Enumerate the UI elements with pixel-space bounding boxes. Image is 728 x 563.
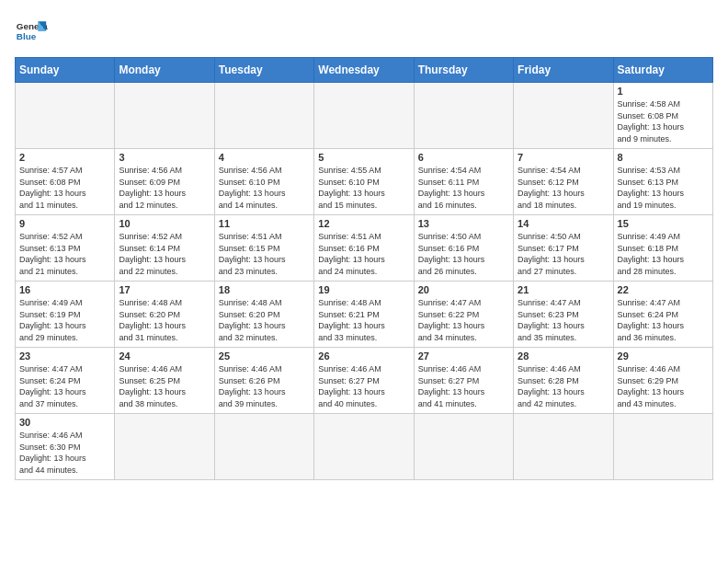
weekday-header-wednesday: Wednesday (314, 58, 414, 83)
day-info: Sunrise: 4:55 AM Sunset: 6:10 PM Dayligh… (318, 165, 409, 211)
day-info: Sunrise: 4:46 AM Sunset: 6:25 PM Dayligh… (119, 363, 210, 409)
day-info: Sunrise: 4:48 AM Sunset: 6:20 PM Dayligh… (219, 297, 310, 343)
day-info: Sunrise: 4:50 AM Sunset: 6:17 PM Dayligh… (518, 231, 609, 277)
weekday-header-monday: Monday (115, 58, 214, 83)
logo: General Blue (15, 15, 48, 48)
weekday-header-saturday: Saturday (613, 58, 712, 83)
day-info: Sunrise: 4:56 AM Sunset: 6:10 PM Dayligh… (219, 165, 310, 211)
logo-icon: General Blue (15, 15, 48, 48)
calendar-cell (16, 83, 115, 149)
calendar-cell: 5Sunrise: 4:55 AM Sunset: 6:10 PM Daylig… (314, 149, 414, 215)
week-row-5: 30Sunrise: 4:46 AM Sunset: 6:30 PM Dayli… (16, 414, 713, 480)
calendar-cell: 1Sunrise: 4:58 AM Sunset: 6:08 PM Daylig… (613, 83, 712, 149)
day-info: Sunrise: 4:46 AM Sunset: 6:28 PM Dayligh… (518, 363, 609, 409)
day-info: Sunrise: 4:46 AM Sunset: 6:30 PM Dayligh… (19, 430, 110, 476)
calendar-cell: 30Sunrise: 4:46 AM Sunset: 6:30 PM Dayli… (16, 414, 115, 480)
calendar-cell: 26Sunrise: 4:46 AM Sunset: 6:27 PM Dayli… (314, 348, 414, 414)
day-number: 23 (19, 350, 110, 362)
calendar-table: SundayMondayTuesdayWednesdayThursdayFrid… (15, 57, 713, 480)
day-info: Sunrise: 4:54 AM Sunset: 6:12 PM Dayligh… (518, 165, 609, 211)
calendar-cell (115, 83, 214, 149)
week-row-1: 2Sunrise: 4:57 AM Sunset: 6:08 PM Daylig… (16, 149, 713, 215)
calendar-cell: 18Sunrise: 4:48 AM Sunset: 6:20 PM Dayli… (214, 282, 313, 348)
day-number: 3 (119, 152, 210, 163)
day-info: Sunrise: 4:49 AM Sunset: 6:18 PM Dayligh… (618, 231, 709, 277)
calendar-cell: 20Sunrise: 4:47 AM Sunset: 6:22 PM Dayli… (414, 282, 513, 348)
calendar-cell: 2Sunrise: 4:57 AM Sunset: 6:08 PM Daylig… (16, 149, 115, 215)
week-row-3: 16Sunrise: 4:49 AM Sunset: 6:19 PM Dayli… (16, 282, 713, 348)
calendar-cell: 24Sunrise: 4:46 AM Sunset: 6:25 PM Dayli… (115, 348, 214, 414)
calendar-cell (214, 83, 313, 149)
calendar-cell: 13Sunrise: 4:50 AM Sunset: 6:16 PM Dayli… (414, 215, 513, 282)
day-info: Sunrise: 4:47 AM Sunset: 6:22 PM Dayligh… (418, 297, 509, 343)
calendar-cell: 4Sunrise: 4:56 AM Sunset: 6:10 PM Daylig… (214, 149, 313, 215)
day-number: 11 (219, 218, 310, 229)
day-number: 5 (318, 152, 409, 163)
calendar-cell: 27Sunrise: 4:46 AM Sunset: 6:27 PM Dayli… (414, 348, 513, 414)
page-header: General Blue (15, 15, 713, 48)
day-number: 2 (19, 152, 110, 163)
day-info: Sunrise: 4:54 AM Sunset: 6:11 PM Dayligh… (418, 165, 509, 211)
day-number: 20 (418, 284, 509, 295)
day-number: 27 (418, 350, 509, 362)
day-info: Sunrise: 4:51 AM Sunset: 6:16 PM Dayligh… (318, 231, 409, 277)
calendar-cell: 11Sunrise: 4:51 AM Sunset: 6:15 PM Dayli… (214, 215, 313, 282)
svg-text:Blue: Blue (17, 31, 37, 41)
calendar-cell: 29Sunrise: 4:46 AM Sunset: 6:29 PM Dayli… (613, 348, 712, 414)
day-info: Sunrise: 4:46 AM Sunset: 6:26 PM Dayligh… (219, 363, 310, 409)
day-number: 19 (318, 284, 409, 295)
day-info: Sunrise: 4:49 AM Sunset: 6:19 PM Dayligh… (19, 297, 110, 343)
day-number: 24 (119, 350, 210, 362)
weekday-header-tuesday: Tuesday (214, 58, 313, 83)
week-row-0: 1Sunrise: 4:58 AM Sunset: 6:08 PM Daylig… (16, 83, 713, 149)
calendar-cell: 21Sunrise: 4:47 AM Sunset: 6:23 PM Dayli… (514, 282, 613, 348)
calendar-cell: 19Sunrise: 4:48 AM Sunset: 6:21 PM Dayli… (314, 282, 414, 348)
day-number: 7 (518, 152, 609, 163)
calendar-cell: 14Sunrise: 4:50 AM Sunset: 6:17 PM Dayli… (514, 215, 613, 282)
day-number: 1 (618, 86, 709, 97)
day-number: 8 (618, 152, 709, 163)
day-number: 22 (618, 284, 709, 295)
day-number: 9 (19, 218, 110, 229)
calendar-cell: 23Sunrise: 4:47 AM Sunset: 6:24 PM Dayli… (16, 348, 115, 414)
calendar-cell: 28Sunrise: 4:46 AM Sunset: 6:28 PM Dayli… (514, 348, 613, 414)
day-number: 14 (518, 218, 609, 229)
calendar-cell: 10Sunrise: 4:52 AM Sunset: 6:14 PM Dayli… (115, 215, 214, 282)
day-number: 26 (318, 350, 409, 362)
day-info: Sunrise: 4:56 AM Sunset: 6:09 PM Dayligh… (119, 165, 210, 211)
calendar-cell (414, 83, 513, 149)
weekday-header-row: SundayMondayTuesdayWednesdayThursdayFrid… (16, 58, 713, 83)
calendar-cell: 22Sunrise: 4:47 AM Sunset: 6:24 PM Dayli… (613, 282, 712, 348)
calendar-cell: 6Sunrise: 4:54 AM Sunset: 6:11 PM Daylig… (414, 149, 513, 215)
calendar-cell (214, 414, 313, 480)
day-info: Sunrise: 4:57 AM Sunset: 6:08 PM Dayligh… (19, 165, 110, 211)
day-number: 21 (518, 284, 609, 295)
day-info: Sunrise: 4:46 AM Sunset: 6:27 PM Dayligh… (418, 363, 509, 409)
calendar-cell (115, 414, 214, 480)
day-info: Sunrise: 4:47 AM Sunset: 6:23 PM Dayligh… (518, 297, 609, 343)
day-info: Sunrise: 4:46 AM Sunset: 6:29 PM Dayligh… (618, 363, 709, 409)
calendar-cell: 17Sunrise: 4:48 AM Sunset: 6:20 PM Dayli… (115, 282, 214, 348)
calendar-cell: 15Sunrise: 4:49 AM Sunset: 6:18 PM Dayli… (613, 215, 712, 282)
calendar-cell (514, 414, 613, 480)
calendar-cell: 7Sunrise: 4:54 AM Sunset: 6:12 PM Daylig… (514, 149, 613, 215)
day-number: 28 (518, 350, 609, 362)
calendar-cell: 16Sunrise: 4:49 AM Sunset: 6:19 PM Dayli… (16, 282, 115, 348)
calendar-cell (613, 414, 712, 480)
calendar-cell (314, 83, 414, 149)
weekday-header-thursday: Thursday (414, 58, 513, 83)
day-number: 4 (219, 152, 310, 163)
calendar-cell: 25Sunrise: 4:46 AM Sunset: 6:26 PM Dayli… (214, 348, 313, 414)
day-number: 30 (19, 417, 110, 428)
day-number: 12 (318, 218, 409, 229)
day-info: Sunrise: 4:51 AM Sunset: 6:15 PM Dayligh… (219, 231, 310, 277)
day-info: Sunrise: 4:48 AM Sunset: 6:20 PM Dayligh… (119, 297, 210, 343)
week-row-4: 23Sunrise: 4:47 AM Sunset: 6:24 PM Dayli… (16, 348, 713, 414)
day-number: 25 (219, 350, 310, 362)
day-info: Sunrise: 4:47 AM Sunset: 6:24 PM Dayligh… (618, 297, 709, 343)
day-info: Sunrise: 4:53 AM Sunset: 6:13 PM Dayligh… (618, 165, 709, 211)
day-info: Sunrise: 4:47 AM Sunset: 6:24 PM Dayligh… (19, 363, 110, 409)
day-number: 18 (219, 284, 310, 295)
day-info: Sunrise: 4:48 AM Sunset: 6:21 PM Dayligh… (318, 297, 409, 343)
day-number: 17 (119, 284, 210, 295)
